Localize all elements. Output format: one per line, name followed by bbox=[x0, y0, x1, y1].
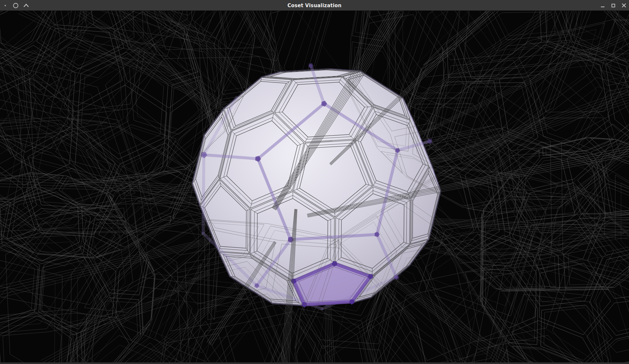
bottom-window-strip bbox=[0, 362, 629, 364]
titlebar-left-controls bbox=[0, 0, 31, 11]
titlebar-right-controls bbox=[598, 0, 629, 11]
close-button[interactable] bbox=[619, 0, 629, 11]
minimize-button[interactable] bbox=[598, 0, 608, 11]
coset-scene-canvas[interactable] bbox=[0, 11, 629, 364]
window-title: Coset Visualization bbox=[0, 0, 629, 11]
app-window: Coset Visualization bbox=[0, 0, 629, 364]
3d-viewport[interactable] bbox=[0, 11, 629, 364]
maximize-button[interactable] bbox=[608, 0, 619, 11]
record-circle-icon[interactable] bbox=[10, 0, 21, 11]
app-dot-icon bbox=[0, 0, 10, 11]
titlebar: Coset Visualization bbox=[0, 0, 629, 11]
caret-up-icon[interactable] bbox=[21, 0, 31, 11]
